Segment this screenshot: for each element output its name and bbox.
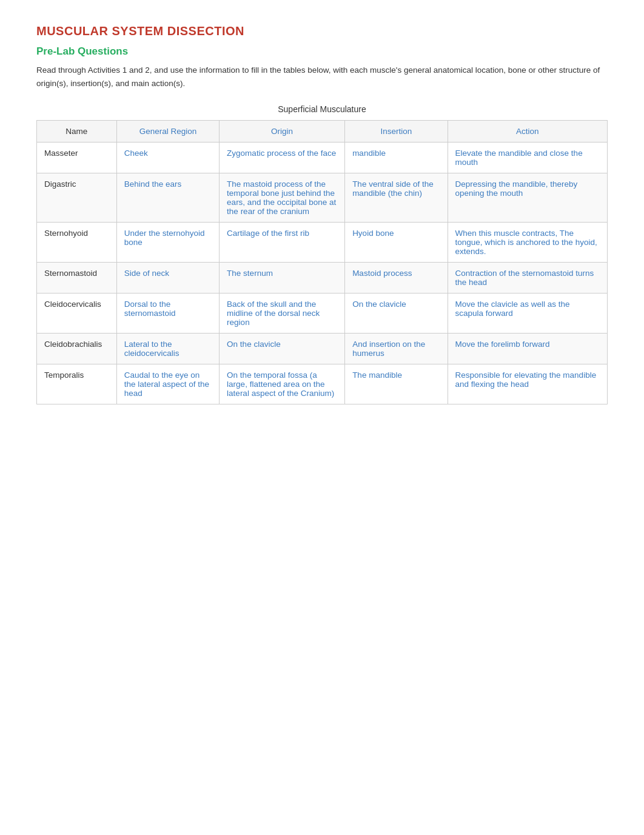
table-row: CleidocervicalisDorsal to the sternomast… <box>37 293 608 334</box>
cell-insertion: The ventral side of the mandible (the ch… <box>345 173 448 223</box>
table-row: SternomastoidSide of neckThe sternumMast… <box>37 263 608 293</box>
header-region: General Region <box>116 121 219 143</box>
cell-action: Contraction of the sternomastoid turns t… <box>448 263 608 293</box>
table-row: TemporalisCaudal to the eye on the later… <box>37 364 608 404</box>
cell-origin: Zygomatic process of the face <box>220 143 345 173</box>
header-origin: Origin <box>220 121 345 143</box>
cell-region: Side of neck <box>116 263 219 293</box>
cell-insertion: Mastoid process <box>345 263 448 293</box>
cell-origin: The sternum <box>220 263 345 293</box>
cell-name: Cleidobrachialis <box>37 334 117 364</box>
cell-region: Under the sternohyoid bone <box>116 223 219 263</box>
cell-region: Dorsal to the sternomastoid <box>116 293 219 334</box>
header-name: Name <box>37 121 117 143</box>
table-row: SternohyoidUnder the sternohyoid boneCar… <box>37 223 608 263</box>
cell-insertion: On the clavicle <box>345 293 448 334</box>
cell-region: Behind the ears <box>116 173 219 223</box>
cell-origin: Cartilage of the first rib <box>220 223 345 263</box>
cell-region: Caudal to the eye on the lateral aspect … <box>116 364 219 404</box>
cell-region: Lateral to the cleidocervicalis <box>116 334 219 364</box>
cell-origin: Back of the skull and the midline of the… <box>220 293 345 334</box>
cell-name: Temporalis <box>37 364 117 404</box>
cell-origin: The mastoid process of the temporal bone… <box>220 173 345 223</box>
cell-action: Responsible for elevating the mandible a… <box>448 364 608 404</box>
main-title: MUSCULAR SYSTEM DISSECTION <box>36 24 608 38</box>
cell-origin: On the clavicle <box>220 334 345 364</box>
cell-name: Digastric <box>37 173 117 223</box>
musculature-table: Name General Region Origin Insertion Act… <box>36 120 608 404</box>
table-section-title: Superficial Musculature <box>36 104 608 114</box>
header-action: Action <box>448 121 608 143</box>
cell-action: When this muscle contracts, The tongue, … <box>448 223 608 263</box>
cell-action: Depressing the mandible, thereby opening… <box>448 173 608 223</box>
cell-insertion: mandible <box>345 143 448 173</box>
cell-region: Cheek <box>116 143 219 173</box>
cell-name: Cleidocervicalis <box>37 293 117 334</box>
cell-action: Move the forelimb forward <box>448 334 608 364</box>
cell-insertion: Hyoid bone <box>345 223 448 263</box>
cell-insertion: And insertion on the humerus <box>345 334 448 364</box>
table-row: MasseterCheekZygomatic process of the fa… <box>37 143 608 173</box>
header-insertion: Insertion <box>345 121 448 143</box>
cell-name: Masseter <box>37 143 117 173</box>
cell-action: Move the clavicle as well as the scapula… <box>448 293 608 334</box>
table-row: DigastricBehind the earsThe mastoid proc… <box>37 173 608 223</box>
cell-insertion: The mandible <box>345 364 448 404</box>
cell-name: Sternohyoid <box>37 223 117 263</box>
cell-origin: On the temporal fossa (a large, flattene… <box>220 364 345 404</box>
sub-title: Pre-Lab Questions <box>36 45 608 58</box>
intro-text: Read through Activities 1 and 2, and use… <box>36 64 608 90</box>
cell-name: Sternomastoid <box>37 263 117 293</box>
cell-action: Elevate the mandible and close the mouth <box>448 143 608 173</box>
table-row: CleidobrachialisLateral to the cleidocer… <box>37 334 608 364</box>
